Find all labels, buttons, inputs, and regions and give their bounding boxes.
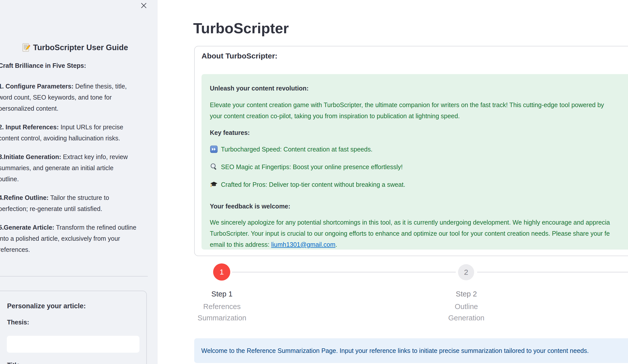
welcome-info-text: Welcome to the Reference Summarization P… xyxy=(201,345,589,356)
feature-pros: Crafted for Pros: Deliver top-tier conte… xyxy=(210,179,628,190)
stepper-connector-1 xyxy=(232,272,456,272)
sidebar-divider xyxy=(0,276,148,277)
sidebar-close-button[interactable] xyxy=(139,2,148,10)
thesis-label: Thesis: xyxy=(7,319,29,326)
feature-seo: SEO Magic at Fingertips: Boost your onli… xyxy=(210,161,628,172)
step-2-labels: Step 2 Outline Generation xyxy=(448,289,484,324)
sidebar-title: TurboScripter User Guide xyxy=(21,43,128,52)
app-root: TurboScripter User Guide Craft Brillianc… xyxy=(0,0,628,364)
step-2-label: Step 2 xyxy=(448,289,484,299)
personalize-section: Personalize your article: Thesis: Title: xyxy=(0,291,147,364)
welcome-info-box: Welcome to the Reference Summarization P… xyxy=(194,338,628,363)
guide-step-5: 5.Generate Article: Transform the refine… xyxy=(0,222,158,255)
guide-step-3: 3.Initiate Generation: Extract key info,… xyxy=(0,151,158,185)
step-1-circle: 1 xyxy=(213,263,230,281)
step-1-label: Step 1 xyxy=(197,289,246,299)
fast-forward-icon xyxy=(210,145,218,153)
about-heading: About TurboScripter: xyxy=(202,52,277,60)
unleash-paragraph: Elevate your content creation game with … xyxy=(210,99,628,122)
magnifier-icon xyxy=(210,163,218,171)
step-1-labels: Step 1 References Summarization xyxy=(197,289,246,324)
guide-step-1: 1. Configure Parameters: Define thesis, … xyxy=(0,81,158,114)
guide-step-2: 2. Input References: Input URLs for prec… xyxy=(0,122,158,144)
about-container: About TurboScripter: Unleash your conten… xyxy=(194,46,628,256)
close-icon xyxy=(140,6,148,10)
feedback-heading: Your feedback is welcome: xyxy=(210,201,628,212)
feature-speed: Turbocharged Speed: Content creation at … xyxy=(210,144,628,155)
email-link[interactable]: liumh1301@gmail.com xyxy=(271,241,335,248)
sidebar-title-text: TurboScripter User Guide xyxy=(33,43,128,52)
step-2-circle: 2 xyxy=(458,264,474,280)
memo-icon xyxy=(21,43,31,52)
sidebar: TurboScripter User Guide Craft Brillianc… xyxy=(0,0,158,364)
page-title: TurboScripter xyxy=(193,20,289,37)
thesis-input[interactable] xyxy=(7,336,139,353)
title-label: Title: xyxy=(7,361,22,364)
sidebar-guide-steps: 1. Configure Parameters: Define thesis, … xyxy=(0,81,158,263)
feedback-paragraph: We sincerely apologize for any potential… xyxy=(210,217,628,250)
guide-step-4: 4.Refine Outline: Tailor the structure t… xyxy=(0,192,158,214)
stepper-connector-2 xyxy=(477,272,628,272)
personalize-heading: Personalize your article: xyxy=(7,302,86,310)
features-heading: Key features: xyxy=(210,127,628,138)
sidebar-intro: Craft Brilliance in Five Steps: xyxy=(0,62,86,69)
graduation-cap-icon xyxy=(210,180,218,189)
unleash-heading: Unleash your content revolution: xyxy=(210,83,628,94)
about-success-box: Unleash your content revolution: Elevate… xyxy=(202,74,628,250)
